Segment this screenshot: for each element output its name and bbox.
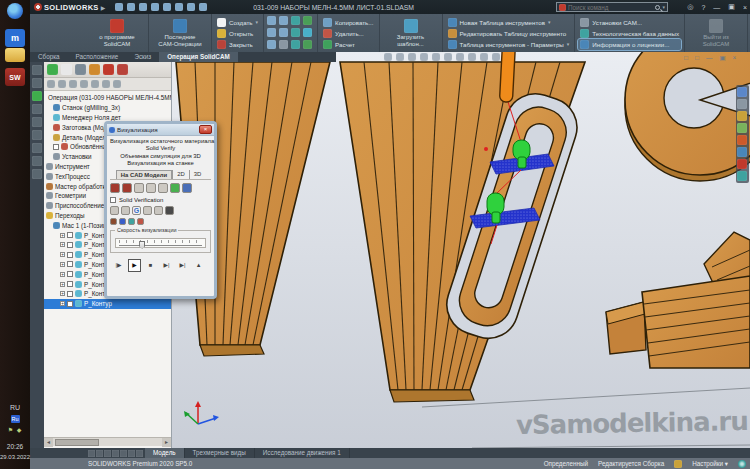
tech-database-button[interactable]: Технологическая база данных [578,28,681,39]
select-pointer-icon[interactable] [187,3,195,11]
view-orientation-icon[interactable] [444,53,452,61]
checkbox[interactable] [67,242,73,248]
cam-side-5-icon[interactable] [32,117,42,127]
exit-solidcam-icon[interactable] [709,19,723,33]
sim-section-icon[interactable] [737,159,747,169]
updated-model-icon[interactable] [61,143,68,150]
web-help-icon[interactable] [738,460,746,468]
create-button[interactable]: Создать▾ [215,17,260,28]
new-tool-table-button[interactable]: Новая Таблица инструментов▾ [446,17,572,28]
tool-report-icon[interactable] [103,64,114,75]
expand-icon[interactable]: + [60,252,65,257]
close-button[interactable]: Закрыть [215,39,260,50]
stop-button[interactable]: ■ [144,259,157,272]
to-end-button[interactable]: ▶| [176,259,189,272]
hide-show-items-icon[interactable] [468,53,476,61]
dialog-tab[interactable]: 3D [189,170,206,179]
new-document-icon[interactable] [127,3,135,11]
machine-setup-icon[interactable] [75,64,86,75]
tab-scroll-1-icon[interactable] [88,450,95,457]
doc-minimize-button[interactable]: — [706,54,713,62]
language-indicator[interactable]: RU [0,404,30,411]
cam-side-4-icon[interactable] [32,104,42,114]
sim-step-icon[interactable] [121,206,130,215]
color-option-1-icon[interactable] [110,218,117,225]
language-badge[interactable]: Ru [0,415,30,423]
tool-table-edit-icon[interactable] [448,29,457,38]
step-backward-button[interactable]: |▶ [112,259,125,272]
sim-folder-icon[interactable] [737,111,747,121]
verify-tool-3-icon[interactable] [158,183,168,193]
cam-tool-3-icon[interactable] [267,28,276,37]
target-zero-icon[interactable] [89,64,100,75]
graphics-viewport[interactable]: □□—▣× vSamodelkina.ru [172,52,750,450]
tab-scroll-2-icon[interactable] [96,450,103,457]
tree-item[interactable]: Операция (031-009 НАБОРЫ МЕЛН-4.5ММ ЛИСТ… [44,93,171,103]
tree-settings-icon[interactable] [102,80,110,88]
cam-tool-1-icon[interactable] [267,16,276,25]
checkbox[interactable] [67,301,73,307]
contour-icon[interactable] [75,281,82,288]
color-option-3-icon[interactable] [128,218,135,225]
expand-icon[interactable]: + [60,233,65,238]
document-tab[interactable]: Модель [145,448,185,458]
tab-scroll-7-icon[interactable] [136,450,143,457]
cam-table-icon[interactable] [303,40,312,49]
sim-list-icon[interactable] [737,147,747,157]
contour-icon[interactable] [75,251,82,258]
sim-image-icon[interactable] [737,123,747,133]
search-icon[interactable] [655,5,660,10]
verify-tool-2-icon[interactable] [146,183,156,193]
folder-icon[interactable] [5,48,25,62]
scroll-right-icon[interactable]: ► [162,438,171,447]
open-folder-icon[interactable] [217,29,226,38]
play-button[interactable]: ▶ [128,259,141,272]
cam-wrench-icon[interactable] [279,40,288,49]
contour-icon[interactable] [75,241,82,248]
cam-settings-icon[interactable] [580,18,589,27]
tab-scroll-6-icon[interactable] [128,450,135,457]
cam-new-operation-icon[interactable] [32,91,42,101]
home-icon[interactable] [115,3,123,11]
exit-simulation-button[interactable]: ▲ [192,259,205,272]
expand-icon[interactable]: + [60,291,65,296]
cam-side-7-icon[interactable] [32,143,42,153]
cam-side-6-icon[interactable] [32,130,42,140]
wizard-icon[interactable] [46,183,53,190]
command-search[interactable]: ▾ [556,2,668,12]
windows-start-icon[interactable] [7,3,23,19]
cam-globe-2-icon[interactable] [291,28,300,37]
checkbox[interactable] [67,232,73,238]
verify-tool-1-icon[interactable] [134,183,144,193]
solidcam-about-icon[interactable] [110,19,124,33]
doc-tile-button[interactable]: □ [695,54,699,62]
tree-item[interactable]: Станок (gMilling_3x) [44,103,171,113]
undo-icon[interactable] [175,3,183,11]
load-template-icon[interactable] [404,19,418,33]
dialog-tab[interactable]: На CAD Модели [116,170,172,179]
cam-side-2-icon[interactable] [32,78,42,88]
sim-render-icon[interactable] [737,135,747,145]
expand-icon[interactable]: + [60,272,65,277]
fixture-icon[interactable] [46,202,53,209]
search-dropdown-icon[interactable]: ▾ [662,4,665,10]
display-style-icon[interactable] [456,53,464,61]
panel-center[interactable] [340,62,585,402]
stock-report-icon[interactable] [117,64,128,75]
document-tab[interactable]: Исследование движения 1 [255,448,350,458]
tree-help-icon[interactable] [113,80,121,88]
customize-menu[interactable]: Настройки ▾ [692,460,728,467]
verify-green-icon[interactable] [170,183,180,193]
color-option-2-icon[interactable] [119,218,126,225]
tab-scroll-4-icon[interactable] [112,450,119,457]
contour-icon[interactable] [75,290,82,297]
folder-icon[interactable] [46,212,53,219]
solid-verification-row[interactable]: Solid Verification [110,197,211,203]
load-template-button[interactable]: Загрузитьшаблон... [383,16,439,50]
table-view-icon[interactable] [61,64,72,75]
zero-manager-icon[interactable] [53,114,60,121]
delete-operation-button[interactable]: Удалить... [321,28,375,39]
expand-icon[interactable]: + [60,242,65,247]
ribbon-tab[interactable]: Сборка [30,52,68,62]
expand-icon[interactable]: + [60,262,65,267]
